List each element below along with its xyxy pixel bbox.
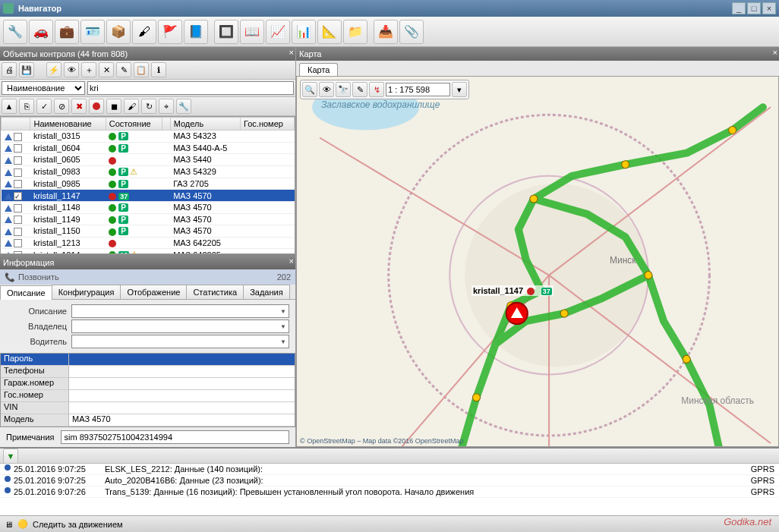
edit-icon[interactable]: ✎ bbox=[116, 62, 131, 77]
info-close-icon[interactable]: × bbox=[289, 257, 294, 266]
table-row[interactable]: kristall_0605МАЗ 5440 bbox=[2, 154, 295, 166]
column-header[interactable]: Гос.номер bbox=[241, 118, 295, 131]
filter-icon[interactable]: ⚡ bbox=[46, 62, 62, 77]
delete-icon[interactable]: ✕ bbox=[99, 62, 114, 77]
map-route-icon[interactable]: ↯ bbox=[369, 82, 384, 97]
panel-close-icon[interactable]: × bbox=[289, 48, 294, 57]
column-header[interactable]: Модель bbox=[170, 118, 240, 131]
tool-book-icon[interactable]: 📘 bbox=[184, 20, 208, 44]
property-row[interactable]: Гос.номер bbox=[1, 390, 295, 402]
table-row[interactable]: kristall_114737МАЗ 4570 bbox=[2, 190, 295, 202]
view-icon[interactable]: 👁 bbox=[64, 62, 79, 77]
print-icon[interactable]: 🖨 bbox=[2, 62, 17, 77]
map-binoc-icon[interactable]: 🔭 bbox=[336, 82, 351, 97]
map-zoom-icon[interactable]: 🔍 bbox=[302, 82, 317, 97]
tab-description[interactable]: Описание bbox=[0, 285, 52, 300]
refresh-icon[interactable]: ↻ bbox=[141, 99, 156, 114]
column-header[interactable] bbox=[2, 118, 30, 131]
tool-flag-icon[interactable]: 🚩 bbox=[158, 20, 182, 44]
table-row[interactable]: kristall_1149PМАЗ 4570 bbox=[2, 213, 295, 225]
clear-icon[interactable]: ⊘ bbox=[54, 99, 69, 114]
table-row[interactable]: kristall_0604PМАЗ 5440-А-5 bbox=[2, 142, 295, 154]
objects-table[interactable]: НаименованиеСостояниеМодельГос.номер kri… bbox=[0, 116, 295, 254]
desc-label: Описание bbox=[6, 307, 67, 316]
minimize-button[interactable]: _ bbox=[732, 2, 746, 14]
tool-package-icon[interactable]: 📦 bbox=[106, 20, 131, 44]
toolbar-separator bbox=[369, 20, 372, 43]
map-viewport[interactable]: 🔍 👁 🔭 ✎ ↯ ▾ kristall_1147 37 Минск Минск… bbox=[296, 76, 779, 447]
tri-icon[interactable]: ▲ bbox=[2, 99, 17, 114]
table-row[interactable]: kristall_0985PГАЗ 2705 bbox=[2, 178, 295, 190]
map-tab[interactable]: Карта bbox=[299, 63, 338, 76]
property-row[interactable]: VIN bbox=[1, 402, 295, 414]
map-panel-title: Карта bbox=[299, 49, 321, 58]
shape-icon[interactable]: ◼ bbox=[106, 99, 121, 114]
copy-icon[interactable]: ⎘ bbox=[19, 99, 34, 114]
brush2-icon[interactable]: 🖌 bbox=[124, 99, 139, 114]
log-list[interactable]: 25.01.2016 9:07:25ELSK_LES_2212: Данные … bbox=[0, 464, 779, 515]
info-icon[interactable]: ℹ bbox=[151, 62, 166, 77]
clipboard-icon[interactable]: 📋 bbox=[134, 62, 149, 77]
close-button[interactable]: × bbox=[762, 2, 776, 14]
owner-field[interactable] bbox=[71, 320, 289, 333]
driver-field[interactable] bbox=[71, 335, 289, 348]
export-icon[interactable]: 💾 bbox=[19, 62, 34, 77]
filter-value-input[interactable] bbox=[87, 81, 294, 95]
tab-config[interactable]: Конфигурация bbox=[52, 285, 121, 299]
tab-display[interactable]: Отображение bbox=[120, 285, 187, 299]
note-input[interactable] bbox=[61, 430, 289, 444]
column-header[interactable] bbox=[162, 118, 170, 131]
tool-brush-icon[interactable]: 🖌 bbox=[132, 20, 156, 44]
filter-field-combo[interactable]: Наименование bbox=[2, 81, 85, 95]
table-row[interactable]: kristall_121419⚠МАЗ 642205 bbox=[2, 249, 295, 254]
map-scale-input[interactable] bbox=[386, 83, 450, 96]
table-row[interactable]: kristall_1150PМАЗ 4570 bbox=[2, 225, 295, 238]
locate-icon[interactable]: ⌖ bbox=[159, 99, 174, 114]
tool-car-icon[interactable]: 🚗 bbox=[29, 20, 53, 44]
main-toolbar: 🔧 🚗 💼 🪪 📦 🖌 🚩 📘 🔲 📖 📈 📊 📐 📁 📥 📎 bbox=[0, 17, 779, 47]
map-eye-icon[interactable]: 👁 bbox=[319, 82, 334, 97]
tool-id-icon[interactable]: 🪪 bbox=[80, 20, 105, 44]
table-row[interactable]: kristall_1213МАЗ 642205 bbox=[2, 237, 295, 249]
property-row[interactable]: Телефоны bbox=[1, 366, 295, 378]
marker-label: kristall_1147 37 bbox=[472, 285, 554, 296]
column-header[interactable]: Наименование bbox=[30, 118, 106, 131]
table-row[interactable]: kristall_1148PМАЗ 4570 bbox=[2, 201, 295, 213]
map-edit-icon[interactable]: ✎ bbox=[352, 82, 367, 97]
add-icon[interactable]: ＋ bbox=[81, 62, 96, 77]
call-label: Позвонить bbox=[18, 272, 59, 282]
tool-settings-icon[interactable]: 🔧 bbox=[3, 20, 27, 44]
remove-icon[interactable]: ✖ bbox=[71, 99, 87, 114]
tab-tasks[interactable]: Задания bbox=[243, 285, 289, 299]
dot-icon[interactable] bbox=[89, 99, 104, 114]
tool-window-icon[interactable]: 🔲 bbox=[214, 20, 238, 44]
status-text: Следить за движением bbox=[33, 520, 123, 529]
tool-attach-icon[interactable]: 📎 bbox=[399, 20, 424, 44]
tool-ruler-icon[interactable]: 📐 bbox=[317, 20, 342, 44]
note-label: Примечания bbox=[6, 433, 55, 442]
call-row[interactable]: 📞 Позвонить 202 bbox=[0, 269, 295, 285]
property-row[interactable]: Пароль bbox=[1, 354, 295, 366]
tab-stats[interactable]: Статистика bbox=[186, 285, 244, 299]
svg-point-14 bbox=[622, 161, 629, 168]
tool-chart-icon[interactable]: 📈 bbox=[266, 20, 290, 44]
tool-stats-icon[interactable]: 📊 bbox=[292, 20, 316, 44]
table-row[interactable]: kristall_0983P⚠МАЗ 54329 bbox=[2, 165, 295, 178]
map-scale-dd-icon[interactable]: ▾ bbox=[452, 82, 467, 97]
svg-point-17 bbox=[683, 355, 690, 363]
desc-field[interactable] bbox=[71, 304, 289, 318]
check-icon[interactable]: ✓ bbox=[36, 99, 52, 114]
tool-download-icon[interactable]: 📥 bbox=[374, 20, 398, 44]
property-row[interactable]: Гараж.номер bbox=[1, 378, 295, 390]
property-row[interactable]: МодельМАЗ 4570 bbox=[1, 414, 295, 427]
column-header[interactable]: Состояние bbox=[106, 118, 162, 131]
maximize-button[interactable]: □ bbox=[747, 2, 761, 14]
tool-catalog-icon[interactable]: 📖 bbox=[240, 20, 264, 44]
table-row[interactable]: kristall_0315PМАЗ 54323 bbox=[2, 131, 295, 143]
properties-table[interactable]: ПарольТелефоныГараж.номерГос.номерVINМод… bbox=[0, 353, 295, 427]
wrench2-icon[interactable]: 🔧 bbox=[176, 99, 191, 114]
log-filter-icon[interactable]: ▼ bbox=[3, 449, 18, 464]
tool-briefcase-icon[interactable]: 💼 bbox=[55, 20, 79, 44]
tool-folder-icon[interactable]: 📁 bbox=[343, 20, 367, 44]
map-close-icon[interactable]: × bbox=[773, 48, 777, 57]
